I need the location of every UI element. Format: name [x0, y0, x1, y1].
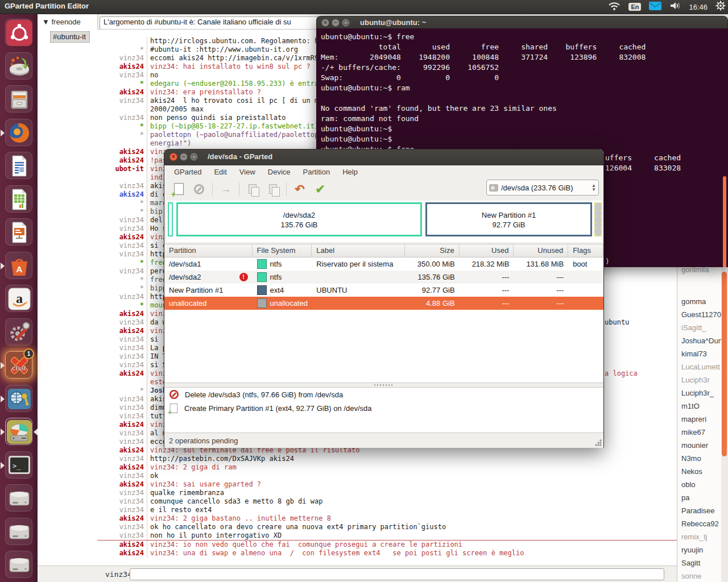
channel-tree[interactable]: ▼ freenode #ubuntu-it [38, 14, 98, 566]
partition-visual-sda2[interactable]: /dev/sda2 135.76 GiB [176, 202, 422, 236]
partition-visual-unallocated[interactable] [594, 202, 602, 236]
minimize-icon[interactable]: − [332, 19, 340, 27]
clock[interactable]: 16:46 [689, 3, 708, 11]
apply-button[interactable]: ✔ [312, 181, 329, 197]
nick-list-item[interactable]: mounier [681, 441, 708, 450]
tree-channel-row[interactable]: #ubuntu-it [50, 31, 90, 43]
terminal-titlebar[interactable]: × − ▢ ubuntu@ubuntu: ~ [316, 16, 728, 28]
device-selector[interactable]: /dev/sda (233.76 GiB) ▲▼ [486, 180, 599, 196]
paste-button[interactable] [264, 181, 282, 197]
table-row[interactable]: unallocatedunallocated4.88 GiB------ [164, 297, 603, 310]
nick-list-item[interactable]: Nekos [681, 467, 702, 476]
nick-list-item[interactable]: Joshua^Dun [681, 336, 722, 345]
column-header-file-system[interactable]: File System [253, 244, 312, 257]
disk-icon [6, 485, 33, 512]
delete-partition-button[interactable] [191, 181, 208, 197]
chat-message: non penso quindi sia preistallato [147, 114, 286, 122]
expander-triangle-icon[interactable]: ▼ [42, 18, 51, 26]
chat-nick: vinz34 [97, 438, 147, 446]
launcher-gparted[interactable] [5, 418, 32, 445]
launcher-file-cabinet[interactable] [5, 85, 32, 113]
nick-list-item[interactable]: Sagitt [681, 559, 700, 567]
gparted-titlebar[interactable]: × − ▢ /dev/sda - GParted [164, 149, 603, 165]
launcher-amazon[interactable]: a [5, 285, 32, 312]
undo-button[interactable]: ↶ [291, 181, 308, 197]
nick-list-item[interactable]: Luciph3r [681, 376, 710, 384]
nick-list-item[interactable]: iSagitt_ [681, 323, 706, 332]
launcher-xchat[interactable]: chat1 [5, 351, 32, 379]
column-header-partition[interactable]: Partition [164, 244, 253, 257]
menu-partition[interactable]: Partition [298, 167, 336, 177]
launcher-libreoffice-calc[interactable] [5, 185, 32, 213]
chat-nick: akis24 [97, 327, 147, 335]
table-row[interactable]: New Partition #1ext4UBUNTU92.77 GiB-----… [164, 284, 603, 297]
menu-edit[interactable]: Edit [209, 167, 231, 177]
nick-list-item[interactable]: m1tO [681, 402, 700, 410]
partition-visual-new[interactable]: New Partition #1 92.77 GiB [425, 202, 592, 236]
launcher-libreoffice-writer[interactable] [5, 152, 32, 179]
maximize-icon[interactable]: ▢ [342, 19, 350, 27]
chat-line: vinz34non ho il punto interrogativo XD [97, 531, 714, 540]
nick-list-item[interactable]: Luciph3r_ [681, 389, 714, 397]
chat-nick: vinz34 [97, 523, 147, 531]
running-indicator-arrow [1, 396, 8, 402]
nick-list-item[interactable]: pa [681, 493, 689, 502]
launcher-terminal[interactable]: >_ [5, 451, 32, 479]
nick-list-item[interactable]: mike67 [681, 428, 705, 436]
nick-list-item[interactable]: remix_tj [681, 533, 708, 541]
nick-list-item[interactable]: Paradisee [681, 506, 715, 515]
column-header-label[interactable]: Label [312, 244, 405, 257]
nick-list-item[interactable]: sonne [681, 572, 701, 580]
nick-list-item[interactable]: kimal73 [681, 350, 707, 358]
column-header-used[interactable]: Used [460, 244, 514, 257]
launcher-firefox[interactable] [5, 119, 32, 146]
launcher-install-ubuntu[interactable] [5, 52, 32, 80]
launcher-disk-drive-2[interactable] [5, 518, 32, 545]
menu-device[interactable]: Device [263, 167, 296, 177]
launcher-libreoffice-impress[interactable] [5, 218, 32, 246]
cell-unused: --- [514, 297, 568, 310]
copy-button[interactable] [244, 181, 261, 197]
maximize-icon[interactable]: ▢ [190, 153, 198, 161]
terminal-scrollbar-thumb[interactable] [723, 176, 726, 267]
launcher-dash-home[interactable] [5, 19, 32, 46]
nicklist-scrollbar-thumb[interactable] [722, 272, 727, 456]
nick-list-item[interactable]: gomma [681, 297, 706, 306]
column-header-unused[interactable]: Unused [514, 244, 568, 257]
tree-server-row[interactable]: ▼ freenode [42, 18, 81, 26]
nick-list-item[interactable]: N3mo [681, 454, 701, 463]
close-icon[interactable]: × [321, 19, 329, 27]
minimize-icon[interactable]: − [180, 153, 188, 161]
menu-help[interactable]: Help [337, 167, 363, 177]
volume-icon[interactable] [669, 1, 681, 13]
keyboard-layout-indicator[interactable]: En [628, 3, 641, 11]
menu-view[interactable]: View [234, 167, 260, 177]
table-row[interactable]: /dev/sda2!ntfs135.76 GiB------ [164, 271, 603, 284]
column-header-size[interactable]: Size [405, 244, 460, 257]
nick-list-item[interactable]: mapreri [681, 415, 706, 423]
launcher-ubuntu-software-center[interactable]: A [5, 252, 32, 279]
mail-icon[interactable] [649, 2, 661, 13]
close-icon[interactable]: × [169, 153, 177, 161]
nick-list-item[interactable]: ryuujin [681, 546, 703, 554]
launcher-disk-drive-1[interactable] [5, 484, 32, 512]
pane-splitter[interactable] [164, 383, 603, 388]
partition-visual-sda1[interactable] [168, 202, 173, 236]
menu-gparted[interactable]: GParted [169, 167, 206, 177]
launcher-disk-drive-3[interactable] [5, 551, 32, 578]
column-header-flags[interactable]: Flags [568, 244, 603, 257]
nick-list-item[interactable]: Rebecca92 [681, 519, 719, 528]
new-partition-button[interactable]: + [170, 181, 187, 197]
resize-move-button[interactable]: → [217, 181, 234, 197]
nick-list-item[interactable]: oblo [681, 480, 696, 489]
resize-grip[interactable] [594, 439, 602, 447]
launcher-system-settings[interactable] [5, 318, 32, 346]
session-gear-icon[interactable] [715, 1, 726, 13]
launcher-passwords-and-keys[interactable] [5, 385, 32, 412]
nick-list-item[interactable]: Guest11270 [681, 310, 721, 319]
table-row[interactable]: /dev/sda1ntfsRiservato per il sistema350… [164, 257, 603, 271]
message-input[interactable] [130, 568, 664, 580]
nick-list-item[interactable]: LucaLumett [681, 363, 720, 371]
wifi-icon[interactable] [608, 1, 621, 13]
spinner-arrows-icon[interactable]: ▲▼ [592, 184, 596, 192]
